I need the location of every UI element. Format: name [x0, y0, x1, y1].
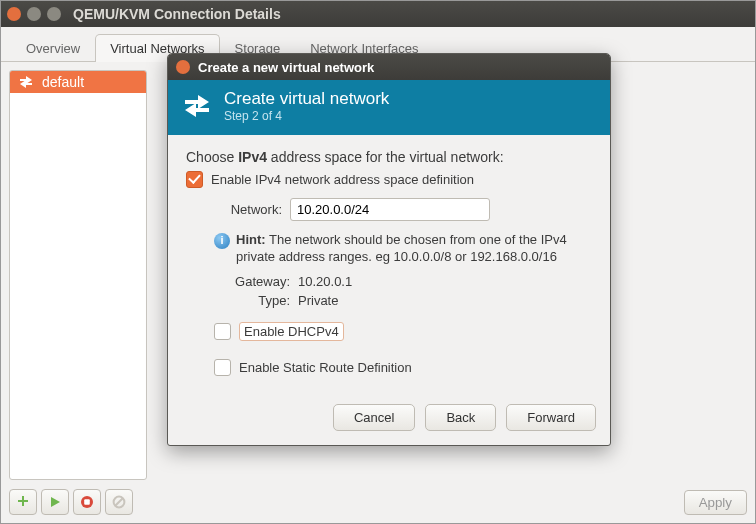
enable-static-route-row: Enable Static Route Definition: [214, 359, 592, 376]
parent-window-title: QEMU/KVM Connection Details: [73, 6, 281, 22]
network-field-row: Network:: [214, 198, 592, 221]
enable-static-route-label: Enable Static Route Definition: [239, 360, 412, 375]
dialog-header-title: Create virtual network: [224, 90, 389, 109]
dialog-close-icon[interactable]: [176, 60, 190, 74]
close-icon[interactable]: [7, 7, 21, 21]
virtual-network-list[interactable]: default: [9, 70, 147, 480]
create-virtual-network-dialog: Create a new virtual network Create virt…: [167, 53, 611, 446]
delete-network-button[interactable]: [105, 489, 133, 515]
enable-ipv4-checkbox[interactable]: [186, 171, 203, 188]
dialog-window-title: Create a new virtual network: [198, 60, 374, 75]
dialog-header: Create virtual network Step 2 of 4: [168, 80, 610, 135]
enable-dhcp-checkbox[interactable]: [214, 323, 231, 340]
stop-network-button[interactable]: [73, 489, 101, 515]
stop-circle-icon: [80, 495, 94, 509]
network-label: Network:: [214, 202, 282, 217]
apply-button[interactable]: Apply: [684, 490, 747, 515]
dialog-body: Choose IPv4 address space for the virtua…: [168, 135, 610, 392]
enable-static-route-checkbox[interactable]: [214, 359, 231, 376]
type-row: Type: Private: [226, 293, 592, 308]
hint-text: Hint: The network should be chosen from …: [236, 231, 592, 266]
type-value: Private: [298, 293, 338, 308]
add-network-button[interactable]: [9, 489, 37, 515]
forward-button[interactable]: Forward: [506, 404, 596, 431]
toolbar-buttons: [9, 489, 133, 515]
dialog-footer: Cancel Back Forward: [168, 392, 610, 445]
tab-overview[interactable]: Overview: [11, 34, 95, 62]
maximize-icon[interactable]: [47, 7, 61, 21]
start-network-button[interactable]: [41, 489, 69, 515]
enable-ipv4-label: Enable IPv4 network address space defini…: [211, 172, 474, 187]
dialog-titlebar: Create a new virtual network: [168, 54, 610, 80]
network-transfer-icon: [182, 91, 212, 121]
enable-ipv4-row: Enable IPv4 network address space defini…: [186, 171, 592, 188]
gateway-row: Gateway: 10.20.0.1: [226, 274, 592, 289]
play-icon: [49, 496, 61, 508]
gateway-label: Gateway:: [226, 274, 290, 289]
parent-titlebar: QEMU/KVM Connection Details: [1, 1, 755, 27]
plus-icon: [16, 495, 30, 509]
minimize-icon[interactable]: [27, 7, 41, 21]
list-item-label: default: [42, 74, 84, 90]
svg-rect-1: [84, 499, 90, 505]
back-button[interactable]: Back: [425, 404, 496, 431]
gateway-value: 10.20.0.1: [298, 274, 352, 289]
prohibit-icon: [112, 495, 126, 509]
network-transfer-icon: [18, 74, 34, 90]
choose-ipv4-label: Choose IPv4 address space for the virtua…: [186, 149, 592, 165]
cancel-button[interactable]: Cancel: [333, 404, 415, 431]
network-input[interactable]: [290, 198, 490, 221]
hint-block: i Hint: The network should be chosen fro…: [214, 231, 592, 266]
dialog-header-step: Step 2 of 4: [224, 109, 389, 123]
list-item[interactable]: default: [10, 71, 146, 93]
svg-line-3: [115, 498, 123, 506]
parent-footer: Apply: [9, 489, 747, 515]
enable-dhcp-label: Enable DHCPv4: [239, 322, 344, 341]
type-label: Type:: [226, 293, 290, 308]
enable-dhcp-row: Enable DHCPv4: [214, 322, 592, 341]
info-icon: i: [214, 233, 230, 249]
